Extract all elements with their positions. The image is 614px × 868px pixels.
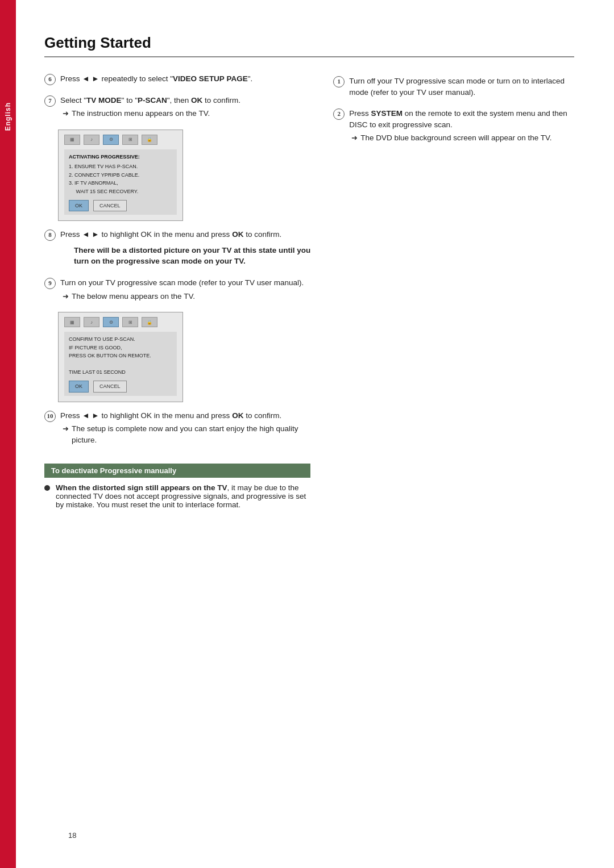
step-6-text: Press ◄ ► repeatedly to select "VIDEO SE… [60, 73, 310, 85]
step-9-arrow: ➜ The below menu appears on the TV. [63, 291, 310, 302]
tv-screen1-line1: 1. ENSURE TV HAS P-SCAN. [69, 162, 172, 170]
right-step-2-arrow-text: The DVD blue background screen will appe… [360, 132, 551, 144]
right-step-2-body: Press SYSTEM on the remote to exit the s… [349, 108, 574, 146]
step-10-text: Press ◄ ► to highlight OK in the menu an… [60, 410, 310, 422]
tv-screen1-line2: 2. CONNECT YPRIPB CABLE. [69, 171, 172, 179]
right-step-number-1: 1 [333, 76, 345, 87]
tv-icon-2d: ⊞ [122, 317, 138, 327]
step-7: 7 Select "TV MODE" to "P-SCAN", then OK … [44, 95, 310, 122]
step-7-arrow: ➜ The instruction menu appears on the TV… [63, 108, 310, 119]
arrow-icon-7: ➜ [63, 108, 69, 119]
right-column: 1 Turn off your TV progressive scan mode… [333, 73, 574, 517]
right-step-2-arrow: ➜ The DVD blue background screen will ap… [351, 132, 574, 144]
bullet-body: When the distorted sign still appears on… [56, 483, 310, 511]
left-column: 6 Press ◄ ► repeatedly to select "VIDEO … [44, 73, 310, 517]
tv-icons-row-2: ▦ ♪ ⚙ ⊞ 🔒 [64, 317, 177, 327]
step-9-arrow-text: The below menu appears on the TV. [72, 291, 195, 302]
step-number-6: 6 [44, 74, 56, 85]
right-step-2: 2 Press SYSTEM on the remote to exit the… [333, 108, 574, 146]
tv-icon-1e: 🔒 [142, 135, 157, 145]
page-number: 18 [68, 831, 76, 840]
tv-icon-2b: ♪ [84, 317, 99, 327]
step-10-arrow-text: The setup is complete now and you can st… [72, 423, 310, 445]
language-label: English [4, 102, 12, 131]
step-7-body: Select "TV MODE" to "P-SCAN", then OK to… [60, 95, 310, 122]
tv-icon-1a: ▦ [64, 135, 80, 145]
content-columns: 6 Press ◄ ► repeatedly to select "VIDEO … [44, 73, 574, 517]
bullet-step: When the distorted sign still appears on… [44, 483, 310, 511]
tv-buttons-2: OK CANCEL [69, 381, 172, 392]
tv-icon-1d: ⊞ [122, 135, 138, 145]
tv-ok-button-1[interactable]: OK [69, 200, 89, 211]
tv-buttons-1: OK CANCEL [69, 200, 172, 211]
tv-icon-1c-selected: ⚙ [103, 135, 119, 145]
tv-screen1-title: ACTIVATING PROGRESSIVE: [69, 153, 172, 161]
arrow-icon-9: ➜ [63, 291, 69, 302]
step-7-text: Select "TV MODE" to "P-SCAN", then OK to… [60, 95, 310, 106]
right-step-1-text: Turn off your TV progressive scan mode o… [349, 76, 574, 98]
tv-screen2-line1: CONFIRM TO USE P-SCAN. [69, 335, 172, 343]
right-step-number-2: 2 [333, 108, 345, 120]
tv-screen2-timer: TIME LAST 01 SECOND [69, 368, 172, 376]
step-number-9: 9 [44, 278, 56, 289]
step-10-arrow: ➜ The setup is complete now and you can … [63, 423, 310, 445]
step-8: 8 Press ◄ ► to highlight OK in the menu … [44, 229, 310, 269]
step-8-warning: There will be a distorted picture on you… [74, 245, 310, 267]
tv-cancel-button-1[interactable]: CANCEL [93, 200, 127, 211]
tv-screen1-line3: 3. IF TV ABNORMAL, [69, 179, 172, 187]
arrow-icon-10: ➜ [63, 424, 69, 435]
right-step-1-body: Turn off your TV progressive scan mode o… [349, 76, 574, 100]
deactivate-header: To deactivate Progressive manually [44, 464, 310, 478]
step-10-body: Press ◄ ► to highlight OK in the menu an… [60, 410, 310, 448]
page-title: Getting Started [44, 34, 574, 57]
step-7-arrow-text: The instruction menu appears on the TV. [72, 108, 210, 119]
arrow-icon-r2: ➜ [351, 133, 358, 144]
main-content: Getting Started 6 Press ◄ ► repeatedly t… [16, 0, 614, 868]
step-6: 6 Press ◄ ► repeatedly to select "VIDEO … [44, 73, 310, 87]
right-step-2-text: Press SYSTEM on the remote to exit the s… [349, 108, 574, 130]
tv-ok-button-2[interactable]: OK [69, 381, 89, 392]
step-10: 10 Press ◄ ► to highlight OK in the menu… [44, 410, 310, 448]
tv-content-1: ACTIVATING PROGRESSIVE: 1. ENSURE TV HAS… [64, 149, 177, 215]
tv-icons-row-1: ▦ ♪ ⚙ ⊞ 🔒 [64, 135, 177, 145]
step-number-8: 8 [44, 229, 56, 241]
tv-icon-2a: ▦ [64, 317, 80, 327]
step-9: 9 Turn on your TV progressive scan mode … [44, 277, 310, 304]
step-number-7: 7 [44, 95, 56, 107]
tv-screen-2: ▦ ♪ ⚙ ⊞ 🔒 CONFIRM TO USE P-SCAN. IF PICT… [58, 312, 183, 402]
bullet-text: When the distorted sign still appears on… [56, 483, 310, 509]
language-sidebar: English [0, 0, 16, 868]
tv-icon-2e: 🔒 [142, 317, 157, 327]
step-8-body: Press ◄ ► to highlight OK in the menu an… [60, 229, 310, 269]
tv-screen1-line4: WAIT 15 SEC RECOVERY. [69, 187, 172, 195]
tv-screen2-spacer [69, 360, 172, 368]
step-number-10: 10 [44, 411, 56, 422]
tv-icon-2c-selected: ⚙ [103, 317, 119, 327]
tv-cancel-button-2[interactable]: CANCEL [93, 381, 127, 392]
tv-screen2-line3: PRESS OK BUTTON ON REMOTE. [69, 352, 172, 360]
tv-icon-1b: ♪ [84, 135, 99, 145]
right-step-1: 1 Turn off your TV progressive scan mode… [333, 76, 574, 100]
page-container: English Getting Started 6 Press ◄ ► repe… [0, 0, 614, 868]
bullet-icon [44, 485, 50, 491]
tv-screen-1: ▦ ♪ ⚙ ⊞ 🔒 ACTIVATING PROGRESSIVE: 1. ENS… [58, 130, 183, 221]
tv-content-2: CONFIRM TO USE P-SCAN. IF PICTURE IS GOO… [64, 332, 177, 395]
tv-screen2-line2: IF PICTURE IS GOOD, [69, 344, 172, 352]
step-6-body: Press ◄ ► repeatedly to select "VIDEO SE… [60, 73, 310, 87]
step-9-text: Turn on your TV progressive scan mode (r… [60, 277, 310, 289]
step-8-text: Press ◄ ► to highlight OK in the menu an… [60, 229, 310, 240]
step-9-body: Turn on your TV progressive scan mode (r… [60, 277, 310, 304]
